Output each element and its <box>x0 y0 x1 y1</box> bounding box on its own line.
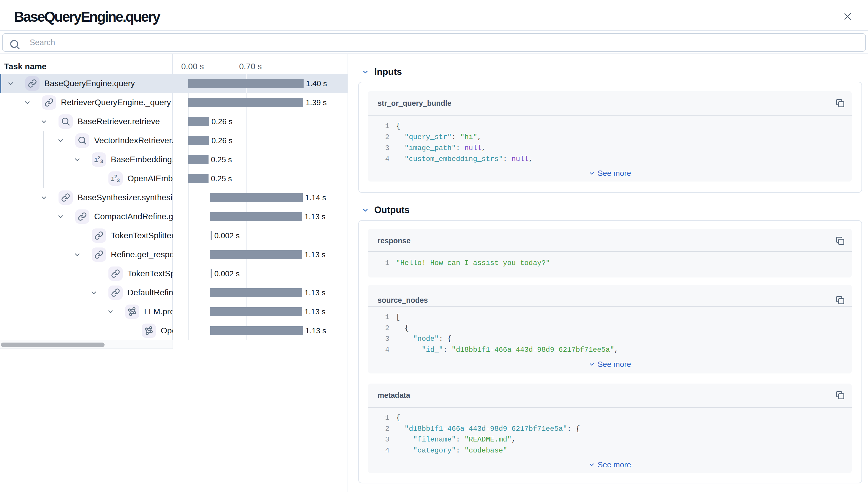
svg-text:3: 3 <box>100 159 103 164</box>
svg-text:3: 3 <box>117 178 120 183</box>
